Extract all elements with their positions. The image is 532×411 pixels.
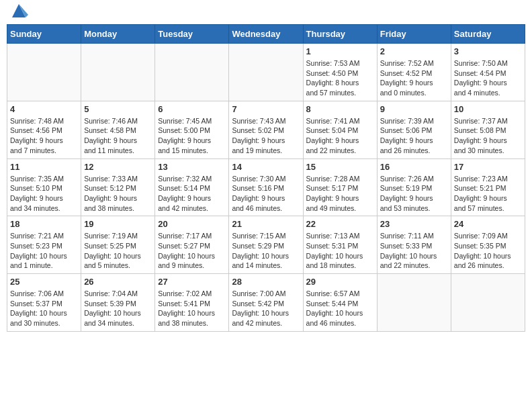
day-detail: Sunrise: 7:00 AMSunset: 5:42 PMDaylight:… <box>232 289 300 328</box>
day-number: 23 <box>380 219 448 229</box>
day-detail: Sunrise: 7:35 AMSunset: 5:10 PMDaylight:… <box>10 174 78 214</box>
day-detail: Sunrise: 7:46 AMSunset: 4:58 PMDaylight:… <box>84 116 152 156</box>
day-number: 1 <box>306 46 374 56</box>
day-cell: 27Sunrise: 7:02 AMSunset: 5:41 PMDayligh… <box>155 274 229 332</box>
day-number: 28 <box>232 277 300 287</box>
day-number: 27 <box>158 277 226 287</box>
day-detail: Sunrise: 7:48 AMSunset: 4:56 PMDaylight:… <box>10 116 78 156</box>
day-header-saturday: Saturday <box>451 25 525 44</box>
day-number: 12 <box>84 162 152 172</box>
day-number: 20 <box>158 219 226 229</box>
day-detail: Sunrise: 7:21 AMSunset: 5:23 PMDaylight:… <box>10 231 78 271</box>
day-number: 22 <box>306 219 374 229</box>
day-cell: 22Sunrise: 7:13 AMSunset: 5:31 PMDayligh… <box>303 216 377 274</box>
calendar: SundayMondayTuesdayWednesdayThursdayFrid… <box>7 24 525 332</box>
day-cell: 23Sunrise: 7:11 AMSunset: 5:33 PMDayligh… <box>377 216 451 274</box>
day-cell: 13Sunrise: 7:32 AMSunset: 5:14 PMDayligh… <box>155 158 229 216</box>
day-detail: Sunrise: 7:50 AMSunset: 4:54 PMDaylight:… <box>454 58 522 98</box>
logo-icon <box>9 1 28 20</box>
day-cell: 17Sunrise: 7:23 AMSunset: 5:21 PMDayligh… <box>451 158 525 216</box>
day-detail: Sunrise: 7:37 AMSunset: 5:08 PMDaylight:… <box>454 116 522 156</box>
day-detail: Sunrise: 7:06 AMSunset: 5:37 PMDaylight:… <box>10 289 78 328</box>
day-cell: 4Sunrise: 7:48 AMSunset: 4:56 PMDaylight… <box>7 101 81 158</box>
day-cell: 18Sunrise: 7:21 AMSunset: 5:23 PMDayligh… <box>7 216 81 274</box>
week-row-3: 18Sunrise: 7:21 AMSunset: 5:23 PMDayligh… <box>7 216 525 274</box>
day-cell: 5Sunrise: 7:46 AMSunset: 4:58 PMDaylight… <box>81 101 155 158</box>
day-header-thursday: Thursday <box>303 25 377 44</box>
week-row-4: 25Sunrise: 7:06 AMSunset: 5:37 PMDayligh… <box>7 274 525 332</box>
days-header-row: SundayMondayTuesdayWednesdayThursdayFrid… <box>7 25 525 44</box>
day-cell: 20Sunrise: 7:17 AMSunset: 5:27 PMDayligh… <box>155 216 229 274</box>
day-number: 8 <box>306 104 374 114</box>
day-cell <box>155 44 229 101</box>
day-detail: Sunrise: 7:13 AMSunset: 5:31 PMDaylight:… <box>306 231 374 271</box>
day-cell: 3Sunrise: 7:50 AMSunset: 4:54 PMDaylight… <box>451 44 525 101</box>
day-number: 16 <box>380 162 448 172</box>
day-cell: 16Sunrise: 7:26 AMSunset: 5:19 PMDayligh… <box>377 158 451 216</box>
day-detail: Sunrise: 7:09 AMSunset: 5:35 PMDaylight:… <box>454 231 522 271</box>
day-detail: Sunrise: 7:19 AMSunset: 5:25 PMDaylight:… <box>84 231 152 271</box>
day-cell: 26Sunrise: 7:04 AMSunset: 5:39 PMDayligh… <box>81 274 155 332</box>
day-cell: 29Sunrise: 6:57 AMSunset: 5:44 PMDayligh… <box>303 274 377 332</box>
day-detail: Sunrise: 7:52 AMSunset: 4:52 PMDaylight:… <box>380 58 448 98</box>
day-header-friday: Friday <box>377 25 451 44</box>
day-cell <box>81 44 155 101</box>
day-detail: Sunrise: 7:28 AMSunset: 5:17 PMDaylight:… <box>306 174 374 214</box>
day-detail: Sunrise: 7:53 AMSunset: 4:50 PMDaylight:… <box>306 58 374 98</box>
day-detail: Sunrise: 7:15 AMSunset: 5:29 PMDaylight:… <box>232 231 300 271</box>
day-cell: 9Sunrise: 7:39 AMSunset: 5:06 PMDaylight… <box>377 101 451 158</box>
day-detail: Sunrise: 7:39 AMSunset: 5:06 PMDaylight:… <box>380 116 448 156</box>
week-row-1: 4Sunrise: 7:48 AMSunset: 4:56 PMDaylight… <box>7 101 525 158</box>
day-cell: 21Sunrise: 7:15 AMSunset: 5:29 PMDayligh… <box>229 216 303 274</box>
day-detail: Sunrise: 6:57 AMSunset: 5:44 PMDaylight:… <box>306 289 374 328</box>
day-cell: 7Sunrise: 7:43 AMSunset: 5:02 PMDaylight… <box>229 101 303 158</box>
day-header-sunday: Sunday <box>7 25 81 44</box>
day-detail: Sunrise: 7:17 AMSunset: 5:27 PMDaylight:… <box>158 231 226 271</box>
day-cell <box>377 274 451 332</box>
day-number: 29 <box>306 277 374 287</box>
day-number: 7 <box>232 104 300 114</box>
day-detail: Sunrise: 7:33 AMSunset: 5:12 PMDaylight:… <box>84 174 152 214</box>
day-number: 3 <box>454 46 522 56</box>
day-cell: 10Sunrise: 7:37 AMSunset: 5:08 PMDayligh… <box>451 101 525 158</box>
day-number: 17 <box>454 162 522 172</box>
day-number: 2 <box>380 46 448 56</box>
day-header-tuesday: Tuesday <box>155 25 229 44</box>
day-cell: 6Sunrise: 7:45 AMSunset: 5:00 PMDaylight… <box>155 101 229 158</box>
day-detail: Sunrise: 7:26 AMSunset: 5:19 PMDaylight:… <box>380 174 448 214</box>
day-number: 21 <box>232 219 300 229</box>
day-detail: Sunrise: 7:11 AMSunset: 5:33 PMDaylight:… <box>380 231 448 271</box>
day-header-monday: Monday <box>81 25 155 44</box>
day-detail: Sunrise: 7:43 AMSunset: 5:02 PMDaylight:… <box>232 116 300 156</box>
logo <box>7 7 28 21</box>
day-detail: Sunrise: 7:30 AMSunset: 5:16 PMDaylight:… <box>232 174 300 214</box>
day-number: 15 <box>306 162 374 172</box>
day-cell: 25Sunrise: 7:06 AMSunset: 5:37 PMDayligh… <box>7 274 81 332</box>
day-number: 4 <box>10 104 78 114</box>
day-detail: Sunrise: 7:02 AMSunset: 5:41 PMDaylight:… <box>158 289 226 328</box>
day-number: 26 <box>84 277 152 287</box>
day-cell: 15Sunrise: 7:28 AMSunset: 5:17 PMDayligh… <box>303 158 377 216</box>
day-number: 5 <box>84 104 152 114</box>
day-detail: Sunrise: 7:45 AMSunset: 5:00 PMDaylight:… <box>158 116 226 156</box>
calendar-body: 1Sunrise: 7:53 AMSunset: 4:50 PMDaylight… <box>7 44 525 332</box>
day-cell: 24Sunrise: 7:09 AMSunset: 5:35 PMDayligh… <box>451 216 525 274</box>
day-number: 6 <box>158 104 226 114</box>
day-cell: 11Sunrise: 7:35 AMSunset: 5:10 PMDayligh… <box>7 158 81 216</box>
day-number: 11 <box>10 162 78 172</box>
day-number: 10 <box>454 104 522 114</box>
day-number: 19 <box>84 219 152 229</box>
day-cell: 12Sunrise: 7:33 AMSunset: 5:12 PMDayligh… <box>81 158 155 216</box>
day-cell: 2Sunrise: 7:52 AMSunset: 4:52 PMDaylight… <box>377 44 451 101</box>
day-detail: Sunrise: 7:41 AMSunset: 5:04 PMDaylight:… <box>306 116 374 156</box>
header <box>7 7 525 21</box>
day-number: 14 <box>232 162 300 172</box>
week-row-2: 11Sunrise: 7:35 AMSunset: 5:10 PMDayligh… <box>7 158 525 216</box>
day-cell: 14Sunrise: 7:30 AMSunset: 5:16 PMDayligh… <box>229 158 303 216</box>
day-cell: 1Sunrise: 7:53 AMSunset: 4:50 PMDaylight… <box>303 44 377 101</box>
day-cell <box>7 44 81 101</box>
day-number: 18 <box>10 219 78 229</box>
day-detail: Sunrise: 7:32 AMSunset: 5:14 PMDaylight:… <box>158 174 226 214</box>
day-cell <box>229 44 303 101</box>
day-cell: 8Sunrise: 7:41 AMSunset: 5:04 PMDaylight… <box>303 101 377 158</box>
